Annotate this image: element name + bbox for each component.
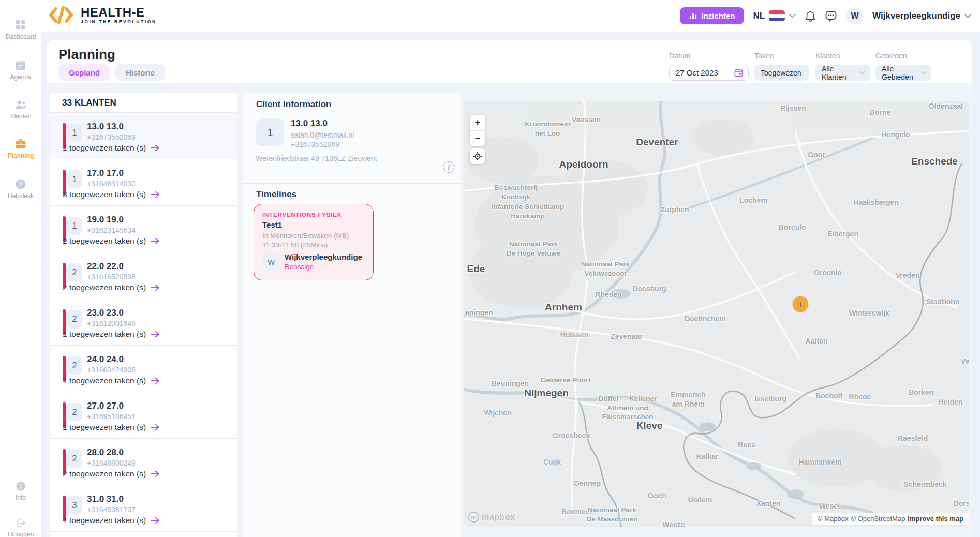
filter-datum: Datum 27 Oct 2023 — [669, 52, 749, 81]
assigned-tasks-link[interactable]: 1 toegewezen taken (s) — [63, 516, 160, 525]
attribution-osm-link[interactable]: © OpenStreetMap — [851, 515, 905, 523]
gebieden-select[interactable]: Alle Gebieden — [875, 65, 931, 81]
assigned-tasks-link[interactable]: 2 toegewezen taken (s) — [63, 469, 160, 479]
taken-value: Toegewezen — [761, 69, 801, 77]
date-input[interactable]: 27 Oct 2023 — [669, 65, 749, 81]
client-list-items: 1 13.0 13.0 +31673552069 1 toegewezen ta… — [50, 113, 237, 532]
map-marker[interactable]: 1 — [793, 296, 809, 312]
assigned-tasks-label: 1 toegewezen taken (s) — [63, 330, 146, 339]
filter-label: Taken — [754, 52, 809, 60]
client-count-badge: 1 — [67, 217, 82, 235]
timeline-task-name: Test1 — [262, 220, 282, 229]
map-canvas[interactable]: DeventerApeldoornEnschedeArnhemEdeNijmeg… — [464, 101, 969, 527]
tab-historie[interactable]: Historie — [115, 64, 165, 81]
assigned-tasks-link[interactable]: 2 toegewezen taken (s) — [63, 236, 160, 246]
arrow-right-icon — [151, 331, 160, 337]
locate-button[interactable] — [470, 148, 485, 164]
info-icon: i — [15, 481, 26, 492]
sidebar-item-info[interactable]: i Info — [0, 481, 41, 501]
timeline-card[interactable]: INTERVENTIONS FYSIEK Test1 In Monitoren/… — [254, 204, 374, 280]
client-list-item[interactable]: 2 22.0 22.0 +31616520998 2 toegewezen ta… — [50, 252, 237, 299]
chevron-down-icon — [859, 71, 865, 75]
timelines-title: Timelines — [256, 189, 296, 200]
attribution-mapbox-link[interactable]: © Mapbox — [818, 515, 848, 523]
insights-button[interactable]: Inzichten — [680, 7, 744, 24]
client-count-badge: 2 — [67, 263, 82, 281]
client-name: 23.0 23.0 — [87, 308, 124, 318]
assigned-tasks-link[interactable]: 1 toegewezen taken (s) — [63, 423, 160, 432]
client-phone: +31673552069 — [87, 133, 136, 141]
user-avatar[interactable]: W — [846, 7, 864, 25]
client-count-badge: 1 — [67, 124, 82, 142]
client-list-item[interactable]: 2 27.0 27.0 +31695186451 1 toegewezen ta… — [50, 392, 237, 439]
arrow-right-icon — [151, 471, 160, 477]
filter-label: Klanten — [815, 52, 870, 60]
question-icon: ? — [14, 178, 27, 190]
client-list-item[interactable]: 1 13.0 13.0 +31673552069 1 toegewezen ta… — [50, 113, 237, 159]
sidebar-label: Info — [16, 494, 26, 501]
sidebar-item-helpdesk[interactable]: ? Helpdesk — [0, 178, 41, 200]
client-info-icon[interactable] — [443, 161, 454, 173]
zoom-out-button[interactable] — [470, 131, 485, 146]
map-terrain — [464, 101, 969, 527]
assigned-tasks-link[interactable]: 1 toegewezen taken (s) — [63, 376, 160, 385]
chevron-down-icon — [921, 71, 926, 75]
assigned-tasks-link[interactable]: 1 toegewezen taken (s) — [63, 143, 160, 153]
client-phone: +31660424306 — [87, 366, 136, 374]
insights-label: Inzichten — [701, 11, 735, 20]
client-phone: +31623145634 — [87, 226, 136, 234]
sidebar-item-agenda[interactable]: Agenda — [0, 59, 41, 81]
briefcase-icon — [14, 138, 27, 150]
mapbox-logo[interactable]: mapbox — [468, 512, 515, 523]
user-menu[interactable]: Wijkverpleegkundige — [872, 11, 971, 21]
timeline-category: INTERVENTIONS FYSIEK — [262, 212, 342, 218]
client-list-item[interactable]: 2 28.0 28.0 +31648800249 2 toegewezen ta… — [50, 439, 237, 485]
assigned-tasks-label: 1 toegewezen taken (s) — [63, 423, 146, 432]
bell-icon — [805, 10, 816, 22]
client-info-title: Client Information — [256, 99, 331, 110]
client-list-item[interactable]: 1 19.0 19.0 +31623145634 2 toegewezen ta… — [50, 206, 237, 252]
assigned-tasks-link[interactable]: 2 toegewezen taken (s) — [63, 283, 160, 292]
assigned-tasks-link[interactable]: 1 toegewezen taken (s) — [63, 330, 160, 339]
client-list-item[interactable]: 2 24.0 24.0 +31660424306 1 toegewezen ta… — [50, 346, 237, 392]
client-list-item[interactable]: 2 23.0 23.0 +31612001648 1 toegewezen ta… — [50, 299, 237, 346]
bar-chart-icon — [689, 12, 697, 20]
svg-text:i: i — [20, 483, 21, 490]
client-phone: +31612001648 — [87, 319, 136, 327]
tab-gepland[interactable]: Gepland — [58, 64, 110, 81]
sidebar-item-klanten[interactable]: Klanten — [0, 98, 41, 120]
client-list-item[interactable]: 3 31.0 31.0 +31645381707 1 toegewezen ta… — [50, 485, 237, 532]
client-name: 19.0 19.0 — [87, 215, 124, 225]
dashboard-icon — [14, 19, 27, 31]
reassign-link[interactable]: Reassign — [285, 263, 314, 271]
sidebar-item-uitloggen[interactable]: Uitloggen — [0, 517, 41, 537]
language-selector[interactable]: NL — [753, 10, 796, 21]
zoom-in-button[interactable] — [470, 115, 485, 131]
client-list-item[interactable]: 1 17.0 17.0 +31648314030 3 toegewezen ta… — [50, 159, 237, 206]
improve-map-link[interactable]: Improve this map — [908, 515, 963, 523]
notifications-button[interactable] — [805, 10, 816, 22]
sidebar-item-dashboard[interactable]: Dashboard — [0, 19, 41, 40]
sidebar: Dashboard Agenda Klanten — [0, 0, 41, 537]
klanten-select[interactable]: Alle Klanten — [815, 65, 870, 81]
assigned-tasks-label: 3 toegewezen taken (s) — [63, 190, 146, 199]
filter-gebieden: Gebieden Alle Gebieden — [875, 52, 931, 81]
taken-select[interactable]: Toegewezen — [754, 65, 809, 81]
filter-label: Gebieden — [875, 52, 931, 60]
client-name: 31.0 31.0 — [87, 494, 124, 504]
sidebar-item-planning[interactable]: Planning — [0, 138, 41, 159]
assigned-tasks-label: 1 toegewezen taken (s) — [63, 143, 146, 153]
client-count-badge: 1 — [67, 170, 82, 188]
sidebar-label: Planning — [8, 152, 34, 159]
messages-button[interactable] — [825, 10, 837, 22]
client-name: 13.0 13.0 — [291, 118, 328, 129]
filter-label: Datum — [669, 52, 749, 60]
client-name: 22.0 22.0 — [87, 261, 124, 272]
client-list-header: 33 KLANTEN — [50, 93, 237, 113]
top-header: HEALTH-E JOIN THE REVOLUTION Inzichten N… — [0, 0, 980, 32]
assigned-tasks-label: 2 toegewezen taken (s) — [63, 469, 146, 479]
client-count-badge: 3 — [67, 496, 82, 514]
date-value: 27 Oct 2023 — [676, 68, 718, 77]
assigned-tasks-link[interactable]: 3 toegewezen taken (s) — [63, 190, 160, 199]
filter-klanten: Klanten Alle Klanten — [815, 52, 870, 81]
